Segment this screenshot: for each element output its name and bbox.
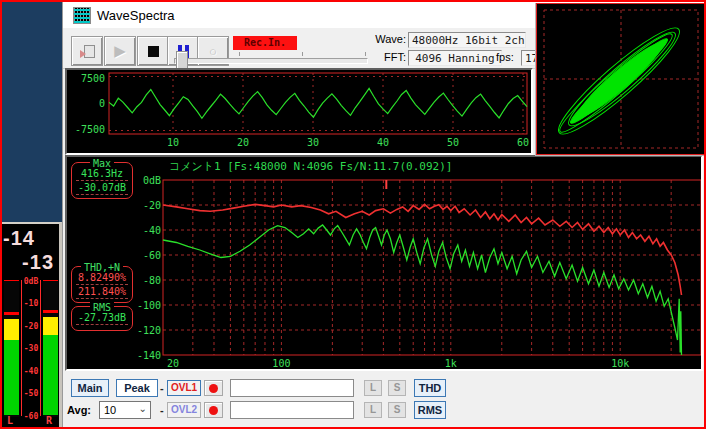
main-button[interactable]: Main: [71, 379, 109, 397]
avg-dropdown-value: 10: [104, 404, 116, 416]
avg-label: Avg:: [67, 404, 91, 416]
slider-tick: [239, 52, 240, 56]
l-button[interactable]: L: [364, 380, 382, 396]
window-title: WaveSpectra: [97, 8, 175, 23]
rms-button[interactable]: RMS: [414, 401, 446, 419]
dash-separator: -: [160, 404, 164, 416]
meter-scale-label: -50: [22, 389, 40, 398]
slider-tick: [365, 52, 366, 56]
fft-label: FFT:: [369, 51, 406, 63]
peak-button[interactable]: Peak: [116, 379, 158, 397]
waveform-ytick-top: 7500: [71, 73, 105, 84]
meter-scale-label: -30: [22, 344, 40, 353]
level-meter-bars: 0dB-10-20-30-40-50-60: [2, 280, 58, 418]
spectrum-plot: [67, 157, 701, 369]
ovl1-record-dot-button[interactable]: [204, 380, 223, 396]
meter-scale-label: -60: [22, 412, 40, 421]
dash-separator: -: [160, 382, 164, 394]
position-slider-track[interactable]: [174, 58, 368, 64]
meter-scale-label: 0dB: [22, 277, 40, 286]
fps-label: fps:: [496, 51, 514, 63]
ovl2-comment-input[interactable]: [230, 401, 354, 419]
waveform-x-tick: 10: [165, 137, 181, 148]
level-bar-r: [43, 280, 58, 417]
dropdown-chevron-icon: ⌄: [139, 403, 147, 414]
wave-format-field: 48000Hz 16bit 2ch: [408, 32, 526, 48]
waveform-x-tick: 20: [235, 137, 251, 148]
open-save-button[interactable]: [71, 36, 103, 66]
channel-label-right: R: [46, 415, 52, 426]
play-button[interactable]: ▶: [104, 36, 136, 66]
stop-button[interactable]: [137, 36, 169, 66]
lissajous-window: [535, 3, 705, 156]
record-dot-icon: [209, 384, 218, 393]
meter-scale-label: -10: [22, 299, 40, 308]
record-icon: ○: [209, 44, 217, 59]
peak-readout-left: -14: [3, 227, 35, 250]
waveform-x-tick: 30: [305, 137, 321, 148]
meter-scale-label: -20: [22, 322, 40, 331]
spectrum-panel: コメント1 [Fs:48000 N:4096 Fs/N:11.7(0.092)]…: [65, 155, 703, 371]
waveform-x-tick: 40: [375, 137, 391, 148]
peak-readout-right: -13: [22, 251, 54, 274]
app-icon: [73, 7, 91, 24]
ovl1-button[interactable]: OVL1: [167, 380, 201, 396]
lissajous-plot: [537, 4, 705, 155]
open-file-icon: [80, 45, 95, 58]
meter-scale: 0dB-10-20-30-40-50-60: [21, 280, 41, 416]
s-button[interactable]: S: [388, 402, 406, 418]
rec-in-indicator: Rec.In.: [233, 36, 297, 50]
waveform-x-tick: 50: [445, 137, 461, 148]
desktop-background: [2, 2, 62, 222]
level-bar-l: [4, 280, 19, 417]
waveform-panel: 7500 0 -7500 102030405060: [65, 68, 533, 155]
wave-label: Wave:: [369, 33, 406, 45]
ovl2-button[interactable]: OVL2: [167, 402, 201, 418]
thd-button[interactable]: THD: [414, 379, 446, 397]
ovl1-comment-input[interactable]: [230, 379, 354, 397]
l-button[interactable]: L: [364, 402, 382, 418]
waveform-ytick-zero: 0: [71, 98, 105, 109]
channel-label-left: L: [7, 415, 13, 426]
bottom-control-bar: Main Peak - OVL1 L S THD Avg: 10 ⌄ - OVL…: [63, 371, 704, 427]
record-dot-icon: [209, 406, 218, 415]
s-button[interactable]: S: [388, 380, 406, 396]
waveform-x-tick: 60: [515, 137, 531, 148]
stop-icon: [148, 46, 159, 57]
level-meter-window: -14 -13 0dB-10-20-30-40-50-60 L R: [2, 222, 62, 427]
slider-tick: [302, 52, 303, 56]
play-icon: ▶: [114, 42, 126, 60]
fft-setting-field: 4096 Hanning: [408, 50, 502, 66]
avg-dropdown[interactable]: 10 ⌄: [99, 401, 151, 419]
screenshot-root: -14 -13 0dB-10-20-30-40-50-60 L R WaveSp…: [0, 0, 706, 429]
lissajous-border: [536, 3, 705, 155]
ovl2-record-dot-button[interactable]: [204, 402, 223, 418]
waveform-ytick-bottom: -7500: [71, 124, 105, 135]
meter-scale-label: -40: [22, 367, 40, 376]
waveform-plot: [67, 70, 531, 153]
